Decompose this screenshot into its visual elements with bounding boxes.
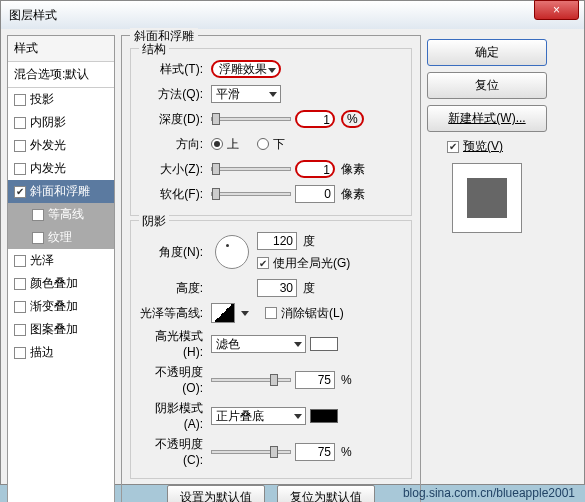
altitude-input[interactable]: 30 (257, 279, 297, 297)
bevel-fieldset: 斜面和浮雕 结构 样式(T): 浮雕效果 方法(Q): 平滑 深度(D): 1 (121, 35, 421, 502)
style-gradient-overlay[interactable]: 渐变叠加 (8, 295, 114, 318)
style-list: 样式 混合选项:默认 投影 内阴影 外发光 内发光 斜面和浮雕 等高线 纹理 光… (7, 35, 115, 502)
style-texture[interactable]: 纹理 (8, 226, 114, 249)
soften-input[interactable]: 0 (295, 185, 335, 203)
shadow-opacity-input[interactable]: 75 (295, 443, 335, 461)
angle-label: 角度(N): (137, 244, 207, 261)
cancel-button[interactable]: 复位 (427, 72, 547, 99)
set-default-button[interactable]: 设置为默认值 (167, 485, 265, 502)
preview-label: 预览(V) (463, 138, 503, 155)
checkbox[interactable] (14, 117, 26, 129)
titlebar: 图层样式 × (1, 1, 584, 29)
highlight-color-swatch[interactable] (310, 337, 338, 351)
direction-label: 方向: (137, 136, 207, 153)
checkbox[interactable] (14, 301, 26, 313)
watermark: blog.sina.com.cn/blueapple2001 (403, 486, 575, 500)
ok-button[interactable]: 确定 (427, 39, 547, 66)
method-dropdown[interactable]: 平滑 (211, 85, 281, 103)
size-input[interactable]: 1 (295, 160, 335, 178)
layer-style-dialog: 图层样式 × 样式 混合选项:默认 投影 内阴影 外发光 内发光 斜面和浮雕 等… (0, 0, 585, 485)
angle-dial[interactable] (215, 235, 249, 269)
checkbox[interactable] (14, 140, 26, 152)
global-light-checkbox[interactable] (257, 257, 269, 269)
highlight-mode-label: 高光模式(H): (137, 328, 207, 359)
depth-label: 深度(D): (137, 111, 207, 128)
highlight-mode-dropdown[interactable]: 滤色 (211, 335, 306, 353)
direction-up-radio[interactable] (211, 138, 223, 150)
blending-options[interactable]: 混合选项:默认 (8, 62, 114, 88)
structure-group: 结构 样式(T): 浮雕效果 方法(Q): 平滑 深度(D): 1 % (130, 48, 412, 216)
checkbox[interactable] (14, 186, 26, 198)
size-unit: 像素 (341, 161, 365, 178)
style-pattern-overlay[interactable]: 图案叠加 (8, 318, 114, 341)
shadow-color-swatch[interactable] (310, 409, 338, 423)
gloss-contour-picker[interactable] (211, 303, 235, 323)
direction-down-radio[interactable] (257, 138, 269, 150)
checkbox[interactable] (14, 347, 26, 359)
altitude-label: 高度: (137, 280, 207, 297)
style-contour[interactable]: 等高线 (8, 203, 114, 226)
depth-slider[interactable] (211, 117, 291, 121)
style-list-header: 样式 (8, 36, 114, 62)
checkbox[interactable] (32, 209, 44, 221)
window-title: 图层样式 (9, 7, 57, 24)
style-satin[interactable]: 光泽 (8, 249, 114, 272)
action-panel: 确定 复位 新建样式(W)... 预览(V) (427, 35, 547, 502)
chevron-down-icon[interactable] (239, 306, 249, 320)
close-button[interactable]: × (534, 0, 579, 20)
checkbox[interactable] (14, 255, 26, 267)
preview-checkbox[interactable] (447, 141, 459, 153)
style-color-overlay[interactable]: 颜色叠加 (8, 272, 114, 295)
gloss-label: 光泽等高线: (137, 305, 207, 322)
style-stroke[interactable]: 描边 (8, 341, 114, 364)
checkbox[interactable] (14, 278, 26, 290)
preview-box (452, 163, 522, 233)
shading-group: 阴影 角度(N): 120 度 使用全局光(G) (130, 220, 412, 479)
highlight-opacity-input[interactable]: 75 (295, 371, 335, 389)
style-inner-glow[interactable]: 内发光 (8, 157, 114, 180)
preview-swatch (467, 178, 507, 218)
method-label: 方法(Q): (137, 86, 207, 103)
checkbox[interactable] (14, 94, 26, 106)
style-drop-shadow[interactable]: 投影 (8, 88, 114, 111)
style-bevel-emboss[interactable]: 斜面和浮雕 (8, 180, 114, 203)
new-style-button[interactable]: 新建样式(W)... (427, 105, 547, 132)
size-slider[interactable] (211, 167, 291, 171)
highlight-opacity-label: 不透明度(O): (137, 364, 207, 395)
checkbox[interactable] (32, 232, 44, 244)
depth-input[interactable]: 1 (295, 110, 335, 128)
checkbox[interactable] (14, 324, 26, 336)
style-inner-shadow[interactable]: 内阴影 (8, 111, 114, 134)
shadow-mode-label: 阴影模式(A): (137, 400, 207, 431)
soften-label: 软化(F): (137, 186, 207, 203)
shadow-opacity-slider[interactable] (211, 450, 291, 454)
angle-input[interactable]: 120 (257, 232, 297, 250)
shadow-opacity-label: 不透明度(C): (137, 436, 207, 467)
reset-default-button[interactable]: 复位为默认值 (277, 485, 375, 502)
soften-unit: 像素 (341, 186, 365, 203)
depth-unit: % (341, 110, 364, 128)
style-label: 样式(T): (137, 61, 207, 78)
checkbox[interactable] (14, 163, 26, 175)
highlight-opacity-slider[interactable] (211, 378, 291, 382)
shadow-mode-dropdown[interactable]: 正片叠底 (211, 407, 306, 425)
style-outer-glow[interactable]: 外发光 (8, 134, 114, 157)
style-dropdown[interactable]: 浮雕效果 (211, 60, 281, 78)
size-label: 大小(Z): (137, 161, 207, 178)
antialias-checkbox[interactable] (265, 307, 277, 319)
settings-panel: 斜面和浮雕 结构 样式(T): 浮雕效果 方法(Q): 平滑 深度(D): 1 (121, 35, 421, 502)
soften-slider[interactable] (211, 192, 291, 196)
